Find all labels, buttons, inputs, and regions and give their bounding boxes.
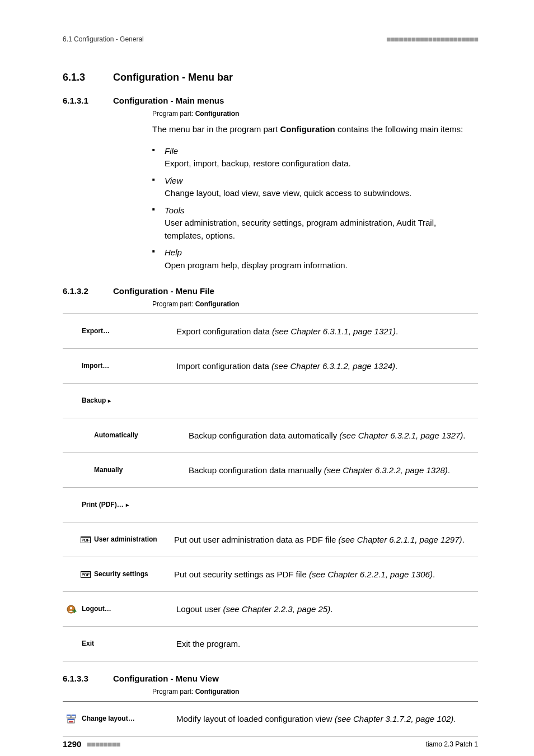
heading-6-1-3-3: 6.1.3.3 Configuration - Menu View [63,674,478,683]
program-part-line: Program part: Configuration [152,110,472,118]
menu-label: Print (PDF)… [79,501,173,510]
menu-label: Logout… [79,605,173,614]
icon-cell [63,605,79,614]
pdf-icon: PDF [81,536,91,543]
heading-6-1-3-2: 6.1.3.2 Configuration - Menu File [63,286,478,296]
menu-label: Import… [79,362,173,371]
menu-desc: Export configuration data (see Chapter 6… [173,326,478,336]
row-backup-manually: Manually Backup configuration data manua… [63,452,478,487]
menu-label: User administra­tion [94,535,171,544]
page: 6.1 Configuration - General ■■■■■■■■■■■■… [0,0,534,756]
heading-number: 6.1.3.1 [63,96,113,105]
row-import: Import… Import configuration data (see C… [63,348,478,383]
icon-cell: PDF [63,536,94,543]
menu-item-tools: Tools User administration, security sett… [152,204,472,242]
menu-desc: Modify layout of loaded configuration vi… [173,714,478,724]
page-footer: 1290 ■■■■■■■■ tiamo 2.3 Patch 1 [63,739,478,749]
menu-desc: Logout user (see Chapter 2.2.3, page 25)… [173,604,478,614]
heading-6-1-3: 6.1.3 Configuration - Menu bar [63,72,478,83]
row-change-layout: Change layout… Modify layout of loaded c… [63,702,478,736]
heading-title: Configuration - Menu View [113,674,219,683]
menu-view-table: Change layout… Modify layout of loaded c… [63,701,478,736]
running-header: 6.1 Configuration - General ■■■■■■■■■■■■… [63,35,478,44]
footer-left: 1290 ■■■■■■■■ [63,739,120,749]
section-6-1-3-2-progpart: Program part: Configuration [152,300,472,308]
menu-label: Export… [79,327,173,336]
menu-label: Automatically [79,431,185,440]
heading-title: Configuration - Menu bar [113,72,233,83]
row-logout: Logout… Logout user (see Chapter 2.2.3, … [63,591,478,626]
heading-number: 6.1.3 [63,72,113,83]
row-exit: Exit Exit the program. [63,626,478,661]
svg-rect-3 [67,715,71,716]
menu-item-help: Help Open program help, display program … [152,246,472,272]
row-print-user-administration: PDF User administra­tion Put out user ad… [63,522,478,557]
heading-number: 6.1.3.3 [63,674,113,683]
main-menu-list: File Export, import, backup, restore con… [152,145,472,272]
menu-desc: Backup configuration data manually (see … [185,465,478,475]
header-dashes: ■■■■■■■■■■■■■■■■■■■■■■ [386,35,478,44]
svg-rect-7 [68,719,74,720]
row-backup: Backup [63,383,478,418]
menu-label: Change layout… [79,715,173,724]
intro-paragraph: The menu bar in the program part Configu… [152,123,472,136]
icon-cell: PDF [63,571,94,578]
section-6-1-3-3-progpart: Program part: Configuration [152,688,472,696]
page-number: 1290 [63,739,81,749]
footer-product: tiamo 2.3 Patch 1 [426,740,478,748]
program-part-line: Program part: Configuration [152,300,472,308]
row-backup-automatically: Automatically Backup configuration data … [63,418,478,452]
heading-6-1-3-1: 6.1.3.1 Configuration - Main menus [63,96,478,105]
menu-desc: Import configuration data (see Chapter 6… [173,361,478,371]
running-header-left: 6.1 Configuration - General [63,35,144,43]
footer-dashes: ■■■■■■■■ [87,740,120,749]
section-6-1-3-1-body: Program part: Configuration The menu bar… [152,110,472,272]
row-print-security-settings: PDF Security settings Put out security s… [63,557,478,591]
logout-icon [67,605,76,614]
menu-label: Backup [79,396,173,405]
heading-title: Configuration - Menu File [113,286,214,296]
layout-icon [67,715,76,724]
heading-title: Configuration - Main menus [113,96,224,105]
icon-cell [63,715,79,724]
menu-desc: Exit the program. [173,639,478,648]
menu-label: Exit [79,640,173,648]
menu-item-view: View Change layout, load view, save view… [152,175,472,200]
menu-desc: Put out user administration data as PDF … [171,535,478,544]
menu-desc: Backup configuration data automatically … [185,431,478,440]
row-print-pdf: Print (PDF)… [63,487,478,522]
menu-desc: Put out security settings as PDF file (s… [171,570,478,579]
menu-label: Manually [79,466,185,475]
program-part-line: Program part: Configuration [152,688,472,696]
menu-label: Security settings [94,570,171,579]
row-export: Export… Export configuration data (see C… [63,314,478,348]
svg-rect-8 [69,721,73,722]
heading-number: 6.1.3.2 [63,286,113,296]
menu-item-file: File Export, import, backup, restore con… [152,145,472,170]
svg-point-1 [70,606,72,609]
menu-file-table: Export… Export configuration data (see C… [63,314,478,661]
pdf-icon: PDF [81,571,91,578]
svg-rect-5 [72,715,76,716]
